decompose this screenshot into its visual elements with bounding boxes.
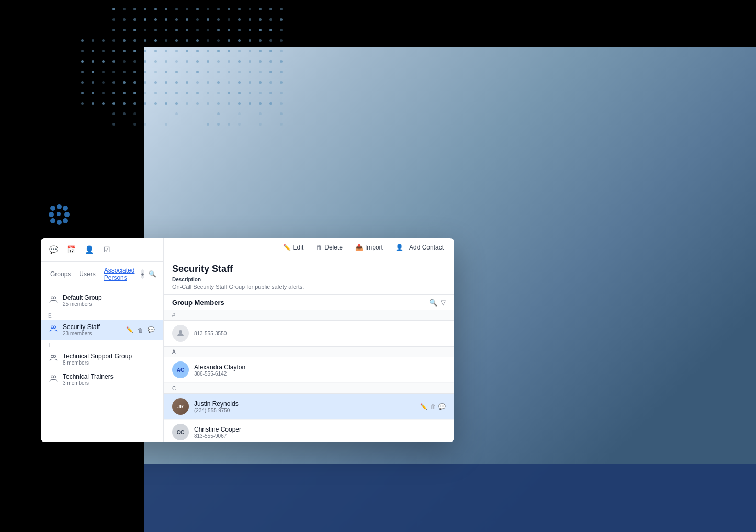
group-count-default: 25 members [63, 301, 156, 307]
calendar-icon[interactable]: 📅 [66, 244, 76, 255]
group-info-default: Default Group 25 members [63, 294, 156, 307]
member-avatar-christine: CC [172, 424, 189, 440]
filter-members-button[interactable]: ▽ [441, 299, 446, 307]
svg-point-3 [53, 326, 56, 329]
group-icon-trainers [48, 374, 59, 385]
toolbar: ✏️ Edit 🗑 Delete 📥 Import 👤+ Add Contact [164, 238, 454, 257]
member-info-christine: Christine Cooper 813-555-9067 [194, 426, 446, 439]
members-header: Group Members 🔍 ▽ [164, 295, 454, 310]
import-icon: 📥 [355, 244, 363, 251]
section-label-e: E [41, 311, 163, 320]
member-avatar-alexandra: AC [172, 361, 189, 378]
tab-groups[interactable]: Groups [48, 269, 73, 279]
group-info-trainers: Technical Trainers 3 members [63, 373, 156, 386]
group-count-ts: 8 members [63, 360, 156, 366]
sidebar-tabs: Groups Users Associated Persons + 🔍 [41, 262, 163, 287]
member-row-alexandra[interactable]: AC Alexandra Clayton 386-555-6142 [164, 357, 454, 383]
member-name-justin: Justin Reynolds [194, 400, 415, 408]
group-icon-security [48, 324, 59, 335]
bottom-accent [144, 464, 756, 532]
group-actions-security: ✏️ 🗑 💬 [125, 325, 156, 334]
delete-button[interactable]: 🗑 Delete [313, 242, 346, 253]
group-detail-name: Security Staff [172, 264, 446, 275]
members-actions: 🔍 ▽ [429, 299, 446, 307]
edit-group-icon[interactable]: ✏️ [125, 325, 134, 334]
member-actions-justin: ✏️ 🗑 💬 [420, 403, 446, 410]
add-group-button[interactable]: + [141, 269, 144, 279]
group-name-security: Security Staff [63, 323, 121, 331]
import-button[interactable]: 📥 Import [352, 242, 386, 253]
users-icon[interactable]: 👤 [84, 244, 94, 255]
member-name-christine: Christine Cooper [194, 426, 446, 433]
group-info-ts: Technical Support Group 8 members [63, 353, 156, 366]
group-list: Default Group 25 members E Security Staf… [41, 287, 163, 442]
group-detail: Security Staff Description On-Call Secur… [164, 257, 454, 295]
member-name-alexandra: Alexandra Clayton [194, 364, 446, 371]
group-name-default: Default Group [63, 294, 156, 301]
group-item-default[interactable]: Default Group 25 members [41, 290, 163, 311]
group-name-ts: Technical Support Group [63, 353, 156, 360]
member-info-phone-only: 813-555-3550 [194, 331, 446, 336]
svg-point-7 [53, 376, 56, 378]
svg-point-1 [53, 297, 56, 299]
group-icon-ts [48, 354, 59, 365]
edit-button[interactable]: ✏️ Edit [280, 242, 307, 253]
members-list: # 813-555-3550 A AC Alexandra Clayton 38… [164, 310, 454, 442]
message-member-icon[interactable]: 💬 [438, 403, 446, 410]
member-phone-christine: 813-555-9067 [194, 433, 446, 439]
member-phone-alexandra: 386-555-6142 [194, 371, 446, 377]
svg-point-4 [51, 355, 54, 358]
group-count-trainers: 3 members [63, 380, 156, 386]
svg-point-6 [51, 376, 54, 378]
dot-grid-decoration [81, 8, 289, 132]
search-groups-button[interactable]: 🔍 [149, 269, 156, 279]
member-row-justin[interactable]: JR Justin Reynolds (234) 555-9750 ✏️ 🗑 💬 [164, 394, 454, 420]
tab-associated-persons[interactable]: Associated Persons [102, 266, 137, 282]
message-icon[interactable]: 💬 [48, 244, 59, 255]
delete-icon: 🗑 [316, 244, 322, 251]
svg-point-0 [51, 297, 54, 299]
delete-label: Delete [324, 244, 343, 251]
member-avatar-justin: JR [172, 398, 189, 415]
search-members-button[interactable]: 🔍 [429, 299, 437, 307]
svg-point-5 [53, 355, 56, 358]
ui-panel: 💬 📅 👤 ☑ Groups Users Associated Persons … [41, 238, 454, 442]
svg-point-2 [51, 326, 54, 329]
group-name-trainers: Technical Trainers [63, 373, 156, 380]
group-item-technical-support[interactable]: Technical Support Group 8 members [41, 349, 163, 369]
brand-icon [46, 201, 72, 228]
member-row-christine[interactable]: CC Christine Cooper 813-555-9067 [164, 420, 454, 442]
section-divider-hash: # [164, 310, 454, 321]
sidebar: 💬 📅 👤 ☑ Groups Users Associated Persons … [41, 238, 164, 442]
group-detail-desc-label: Description [172, 277, 446, 282]
section-divider-a: A [164, 346, 454, 357]
sidebar-icon-bar: 💬 📅 👤 ☑ [41, 238, 163, 262]
edit-label: Edit [293, 244, 304, 251]
add-contact-button[interactable]: 👤+ Add Contact [392, 242, 447, 253]
member-info-alexandra: Alexandra Clayton 386-555-6142 [194, 364, 446, 377]
group-info-security: Security Staff 23 members [63, 323, 121, 336]
svg-point-8 [179, 330, 182, 333]
group-icon [48, 295, 59, 306]
add-contact-label: Add Contact [409, 244, 444, 251]
group-item-trainers[interactable]: Technical Trainers 3 members [41, 369, 163, 390]
main-content: ✏️ Edit 🗑 Delete 📥 Import 👤+ Add Contact… [164, 238, 454, 442]
checkbox-icon[interactable]: ☑ [101, 244, 112, 255]
group-detail-desc-text: On-Call Security Staff Group for public … [172, 284, 446, 290]
members-title: Group Members [172, 299, 224, 307]
member-row-phone-only[interactable]: 813-555-3550 [164, 321, 454, 346]
edit-icon: ✏️ [283, 244, 291, 251]
message-group-icon[interactable]: 💬 [146, 325, 156, 334]
section-label-t: T [41, 340, 163, 349]
import-label: Import [365, 244, 383, 251]
edit-member-icon[interactable]: ✏️ [420, 403, 427, 410]
member-info-justin: Justin Reynolds (234) 555-9750 [194, 400, 415, 413]
member-phone-justin: (234) 555-9750 [194, 408, 415, 413]
group-item-security[interactable]: Security Staff 23 members ✏️ 🗑 💬 [41, 320, 163, 340]
tab-users[interactable]: Users [77, 269, 97, 279]
group-count-security: 23 members [63, 331, 121, 336]
delete-group-icon[interactable]: 🗑 [137, 326, 144, 334]
add-contact-icon: 👤+ [396, 244, 407, 251]
member-phone-only: 813-555-3550 [194, 331, 446, 336]
delete-member-icon[interactable]: 🗑 [430, 403, 436, 410]
